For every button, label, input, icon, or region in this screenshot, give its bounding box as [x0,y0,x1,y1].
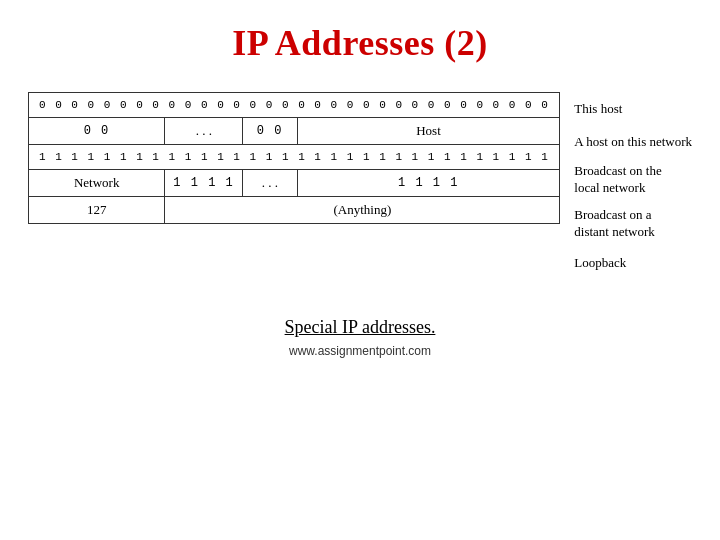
bits-cell: 1 1 1 1 [297,170,560,197]
bits-cell: 1 1 1 1 1 1 1 1 1 1 1 1 1 1 1 1 1 1 1 1 … [28,145,559,170]
table-row: Network 1 1 1 1 . . . 1 1 1 1 [28,170,559,197]
label-this-host: This host [574,92,692,125]
table-row: 1 1 1 1 1 1 1 1 1 1 1 1 1 1 1 1 1 1 1 1 … [28,145,559,170]
network-cell: Network [28,170,165,197]
page-title: IP Addresses (2) [232,22,487,64]
label-broadcast-distant: Broadcast on a distant network [574,202,692,246]
table-row: 0 0 0 0 0 0 0 0 0 0 0 0 0 0 0 0 0 0 0 0 … [28,93,559,118]
footer-url: www.assignmentpoint.com [289,344,431,358]
bits-cell: 0 0 0 0 0 0 0 0 0 0 0 0 0 0 0 0 0 0 0 0 … [28,93,559,118]
table-row: 127 (Anything) [28,197,559,224]
table-row: 0 0 . . . 0 0 Host [28,118,559,145]
footer-caption: Special IP addresses. [285,317,436,338]
dots-cell: . . . [243,170,298,197]
ip-table: 0 0 0 0 0 0 0 0 0 0 0 0 0 0 0 0 0 0 0 0 … [28,92,560,224]
bits-cell: 1 1 1 1 [165,170,243,197]
labels-column: This host A host on this network Broadca… [574,92,692,279]
bits-cell: 0 0 [243,118,298,145]
table-wrapper: 0 0 0 0 0 0 0 0 0 0 0 0 0 0 0 0 0 0 0 0 … [28,92,692,279]
loopback-cell: 127 [28,197,165,224]
label-broadcast-local: Broadcast on the local network [574,158,692,202]
dots-cell: . . . [165,118,243,145]
bits-cell: 0 0 [28,118,165,145]
anything-cell: (Anything) [165,197,560,224]
label-cell: Host [297,118,560,145]
label-loopback: Loopback [574,246,692,279]
label-host-network: A host on this network [574,125,692,158]
